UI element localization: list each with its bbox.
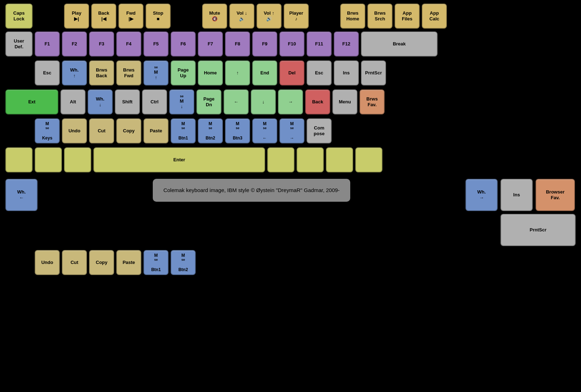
wh-left-key[interactable]: Wh.← xyxy=(5,179,38,211)
row-nav2: Ext Alt Wh.↓ Shift Ctrl seM↓ PageDn ← ↓ … xyxy=(5,89,576,114)
f10-key[interactable]: F10 xyxy=(279,31,304,57)
player-key[interactable]: Player♪ xyxy=(284,4,309,29)
row-edit: MseKeys Undo Cut Copy Paste MseBtn1 MseB… xyxy=(5,117,576,144)
mse-right-key[interactable]: Mse→ xyxy=(279,118,304,143)
wh-right-key[interactable]: Wh.→ xyxy=(465,179,498,211)
copy-key[interactable]: Copy xyxy=(116,118,141,143)
f1-key[interactable]: F1 xyxy=(35,31,60,57)
undo-key[interactable]: Undo xyxy=(62,118,87,143)
space-right3[interactable] xyxy=(326,147,353,172)
brws-fav-key[interactable]: BrwsFav. xyxy=(360,89,385,114)
del-key[interactable]: Del xyxy=(279,60,304,85)
f9-key[interactable]: F9 xyxy=(252,31,277,57)
info-box: Colemak keyboard image, IBM style © Øyst… xyxy=(153,179,351,202)
browser-fav-key[interactable]: BrowserFav. xyxy=(536,179,575,211)
vol-down-key[interactable]: Vol ↓🔈 xyxy=(229,4,254,29)
esc-key[interactable]: Esc xyxy=(35,60,60,85)
space-left1[interactable] xyxy=(5,147,33,172)
mse-up-key[interactable]: seM↑ xyxy=(143,60,169,85)
f5-key[interactable]: F5 xyxy=(143,31,169,57)
np-btn1-key[interactable]: MseBtn1 xyxy=(143,250,169,275)
np-cut-key[interactable]: Cut xyxy=(62,250,87,275)
stop-key[interactable]: Stop■ xyxy=(146,4,171,29)
home-key[interactable]: Home xyxy=(198,60,223,85)
np-btn2-key[interactable]: MseBtn2 xyxy=(171,250,196,275)
info-text: Colemak keyboard image, IBM style © Øyst… xyxy=(163,187,340,193)
page-up-key[interactable]: PageUp xyxy=(171,60,196,85)
np-paste-key[interactable]: Paste xyxy=(116,250,141,275)
menu-key[interactable]: Menu xyxy=(332,89,357,114)
app-files-key[interactable]: AppFiles xyxy=(395,4,420,29)
arrow-down-key[interactable]: ↓ xyxy=(251,89,276,114)
shift-key[interactable]: Shift xyxy=(115,89,140,114)
f7-key[interactable]: F7 xyxy=(198,31,223,57)
prnt-scr2-key[interactable]: PrntScr xyxy=(501,214,576,246)
mse-down-key[interactable]: seM↓ xyxy=(169,89,194,114)
mse-left-key[interactable]: Mse← xyxy=(252,118,277,143)
f4-key[interactable]: F4 xyxy=(116,31,141,57)
back-key-nav[interactable]: Back xyxy=(305,89,330,114)
f2-key[interactable]: F2 xyxy=(62,31,87,57)
mse-keys-key[interactable]: MseKeys xyxy=(35,118,60,143)
f3-key[interactable]: F3 xyxy=(89,31,114,57)
arrow-right-key[interactable]: → xyxy=(278,89,303,114)
space-right2[interactable] xyxy=(297,147,324,172)
break-key[interactable]: Break xyxy=(361,31,438,57)
mse-btn1-key[interactable]: MseBtn1 xyxy=(171,118,196,143)
f6-key[interactable]: F6 xyxy=(171,31,196,57)
user-def-key[interactable]: UserDef. xyxy=(5,31,33,57)
row-fkeys: UserDef. F1 F2 F3 F4 F5 F6 F7 F8 F9 F10 … xyxy=(5,31,576,57)
page-dn-key[interactable]: PageDn xyxy=(196,89,221,114)
mse-btn3-key[interactable]: MseBtn3 xyxy=(225,118,250,143)
f12-key[interactable]: F12 xyxy=(334,31,359,57)
vol-up-key[interactable]: Vol ↑🔊 xyxy=(257,4,282,29)
mse-btn2-key[interactable]: MseBtn2 xyxy=(198,118,223,143)
paste-key[interactable]: Paste xyxy=(143,118,169,143)
mute-key[interactable]: Mute🔇 xyxy=(202,4,227,29)
ins2-key[interactable]: Ins xyxy=(501,179,533,211)
cut-key[interactable]: Cut xyxy=(89,118,114,143)
f11-key[interactable]: F11 xyxy=(307,31,332,57)
space-left3[interactable] xyxy=(64,147,91,172)
wh-down-key[interactable]: Wh.↓ xyxy=(88,89,113,114)
wh-up-key[interactable]: Wh.↑ xyxy=(62,60,87,85)
end-key[interactable]: End xyxy=(252,60,277,85)
fwd-key[interactable]: Fwd|▶ xyxy=(118,4,143,29)
row-space: Enter xyxy=(5,147,576,172)
play-key[interactable]: Play▶| xyxy=(64,4,89,29)
row-nav1: Esc Wh.↑ BrwsBack BrwsFwd seM↑ PageUp Ho… xyxy=(5,59,576,87)
brws-back-key[interactable]: BrwsBack xyxy=(89,60,114,85)
ext-key[interactable]: Ext xyxy=(5,89,58,114)
ctrl-key[interactable]: Ctrl xyxy=(142,89,167,114)
space-left2[interactable] xyxy=(35,147,62,172)
row-bottom: Wh.← Colemak keyboard image, IBM style ©… xyxy=(5,175,576,246)
np-undo-key[interactable]: Undo xyxy=(35,250,60,275)
ins-key[interactable]: Ins xyxy=(334,60,359,85)
brws-home-key[interactable]: BrwsHome xyxy=(340,4,365,29)
compose-key[interactable]: Compose xyxy=(307,118,332,143)
f8-key[interactable]: F8 xyxy=(225,31,250,57)
row-media: CapsLock Play▶| Back|◀ Fwd|▶ Stop■ Mute🔇… xyxy=(5,4,576,29)
space-right1[interactable] xyxy=(267,147,294,172)
row-numpad: Undo Cut Copy Paste MseBtn1 MseBtn2 xyxy=(5,249,576,276)
arrow-left-key[interactable]: ← xyxy=(224,89,249,114)
alt-key[interactable]: Alt xyxy=(60,89,86,114)
esc2-key[interactable]: Esc xyxy=(307,60,332,85)
keyboard-container: CapsLock Play▶| Back|◀ Fwd|▶ Stop■ Mute🔇… xyxy=(0,0,581,280)
arrow-up-key[interactable]: ↑ xyxy=(225,60,250,85)
app-calc-key[interactable]: AppCalc xyxy=(422,4,447,29)
prnt-scr-key[interactable]: PrntScr xyxy=(361,60,386,85)
space-right4[interactable] xyxy=(355,147,382,172)
brws-fwd-key[interactable]: BrwsFwd xyxy=(116,60,141,85)
back-key-media[interactable]: Back|◀ xyxy=(91,4,116,29)
caps-lock-key[interactable]: CapsLock xyxy=(5,4,33,29)
np-copy-key[interactable]: Copy xyxy=(89,250,114,275)
enter-key[interactable]: Enter xyxy=(93,147,265,172)
brws-srch-key[interactable]: BrwsSrch xyxy=(367,4,392,29)
